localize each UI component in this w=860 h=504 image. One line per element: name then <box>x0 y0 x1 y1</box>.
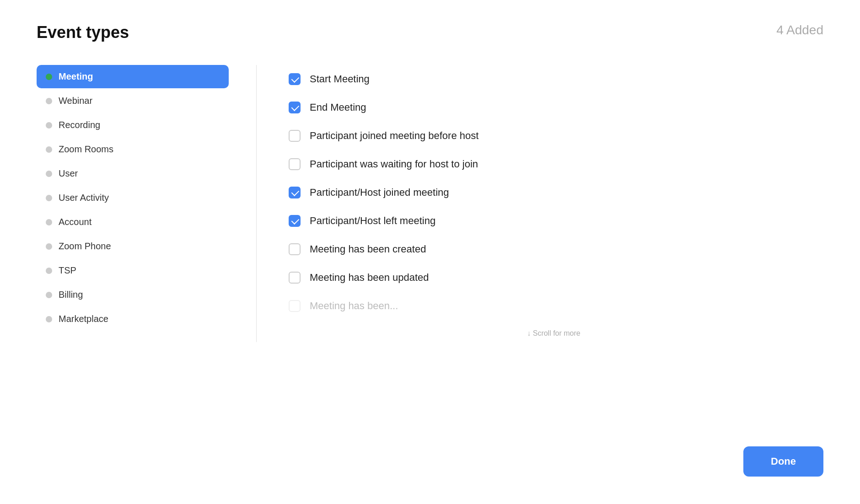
event-label: Participant joined meeting before host <box>310 130 478 142</box>
sidebar-item-label: Billing <box>59 290 83 300</box>
event-item[interactable]: Meeting has been updated <box>284 263 823 292</box>
sidebar-dot-icon <box>46 171 52 177</box>
event-label: Participant was waiting for host to join <box>310 158 478 170</box>
event-item[interactable]: End Meeting <box>284 93 823 122</box>
sidebar-item-label: User <box>59 168 78 179</box>
sidebar-dot-icon <box>46 243 52 250</box>
event-item[interactable]: Start Meeting <box>284 65 823 93</box>
checkbox-icon[interactable] <box>289 187 301 198</box>
sidebar-item-label: Webinar <box>59 96 92 106</box>
sidebar-item-label: Zoom Phone <box>59 241 111 252</box>
sidebar-item-meeting[interactable]: Meeting <box>37 65 229 88</box>
sidebar-dot-icon <box>46 316 52 322</box>
sidebar-item-webinar[interactable]: Webinar <box>37 89 229 113</box>
sidebar-dot-icon <box>46 268 52 274</box>
scroll-hint: ↓ Scroll for more <box>284 325 823 342</box>
page-title: Event types <box>37 23 129 42</box>
sidebar-item-label: Marketplace <box>59 314 108 324</box>
sidebar-item-account[interactable]: Account <box>37 210 229 234</box>
checkbox-icon-faded <box>289 300 301 312</box>
sidebar-dot-icon <box>46 292 52 298</box>
sidebar-dot-icon <box>46 146 52 153</box>
sidebar-item-label: Zoom Rooms <box>59 144 113 155</box>
sidebar-item-marketplace[interactable]: Marketplace <box>37 307 229 331</box>
sidebar-item-user[interactable]: User <box>37 162 229 185</box>
divider <box>256 65 257 342</box>
event-item[interactable]: Meeting has been created <box>284 235 823 263</box>
sidebar-dot-icon <box>46 98 52 104</box>
sidebar-item-label: Meeting <box>59 71 93 82</box>
event-item[interactable]: Participant/Host left meeting <box>284 207 823 235</box>
sidebar-item-label: Account <box>59 217 91 227</box>
sidebar-item-zoom-phone[interactable]: Zoom Phone <box>37 235 229 258</box>
checkbox-icon[interactable] <box>289 215 301 227</box>
sidebar-dot-icon <box>46 195 52 201</box>
event-label-faded: Meeting has been... <box>310 300 398 312</box>
event-label: Meeting has been updated <box>310 272 429 284</box>
sidebar-item-zoom-rooms[interactable]: Zoom Rooms <box>37 138 229 161</box>
event-label: Meeting has been created <box>310 243 426 255</box>
event-list: Start MeetingEnd MeetingParticipant join… <box>284 65 823 320</box>
event-list-panel: Start MeetingEnd MeetingParticipant join… <box>284 65 823 342</box>
done-button[interactable]: Done <box>743 446 823 477</box>
sidebar-item-user-activity[interactable]: User Activity <box>37 186 229 209</box>
event-label: Participant/Host left meeting <box>310 215 435 227</box>
sidebar-dot-icon <box>46 122 52 129</box>
sidebar-dot-icon <box>46 74 52 80</box>
event-label: Participant/Host joined meeting <box>310 187 449 198</box>
checkbox-icon[interactable] <box>289 272 301 284</box>
checkbox-icon[interactable] <box>289 73 301 85</box>
sidebar-item-recording[interactable]: Recording <box>37 113 229 137</box>
sidebar-item-label: TSP <box>59 265 76 276</box>
event-item[interactable]: Participant joined meeting before host <box>284 122 823 150</box>
event-item-faded: Meeting has been... <box>284 292 823 320</box>
event-item[interactable]: Participant/Host joined meeting <box>284 178 823 207</box>
event-item[interactable]: Participant was waiting for host to join <box>284 150 823 178</box>
sidebar-item-billing[interactable]: Billing <box>37 283 229 306</box>
sidebar-dot-icon <box>46 219 52 225</box>
added-count: 4 Added <box>776 23 823 38</box>
sidebar-item-tsp[interactable]: TSP <box>37 259 229 282</box>
event-label: Start Meeting <box>310 73 370 85</box>
sidebar: MeetingWebinarRecordingZoom RoomsUserUse… <box>37 65 229 342</box>
event-label: End Meeting <box>310 102 366 113</box>
checkbox-icon[interactable] <box>289 243 301 255</box>
checkbox-icon[interactable] <box>289 158 301 170</box>
sidebar-item-label: Recording <box>59 120 100 130</box>
checkbox-icon[interactable] <box>289 130 301 142</box>
checkbox-icon[interactable] <box>289 102 301 113</box>
sidebar-item-label: User Activity <box>59 193 109 203</box>
